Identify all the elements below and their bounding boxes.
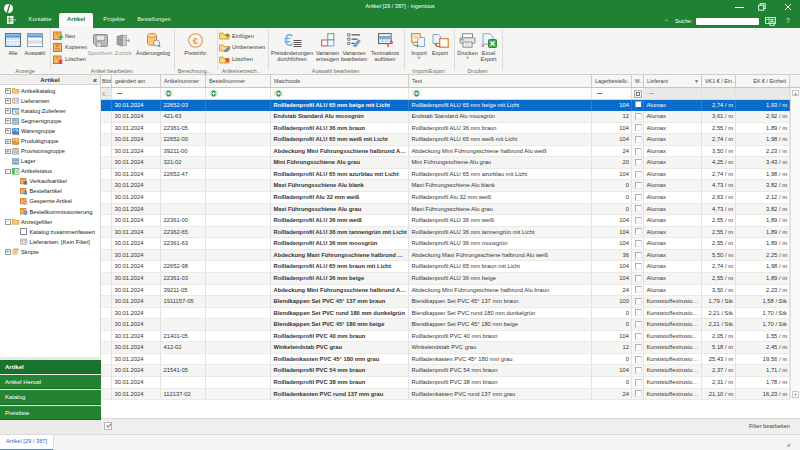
svg-text:€: € — [284, 33, 293, 48]
svg-text:€: € — [192, 34, 198, 45]
